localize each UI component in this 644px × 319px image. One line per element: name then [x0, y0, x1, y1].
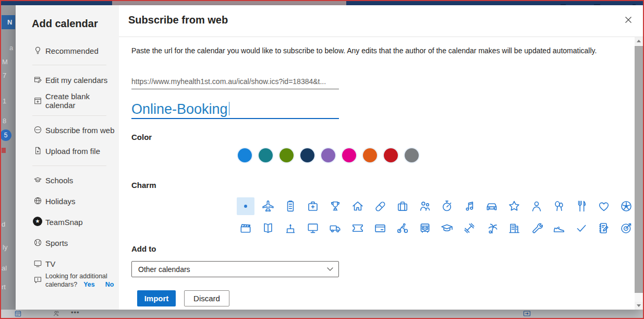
question-line2: calendars?: [45, 281, 77, 288]
additional-calendars-question: Looking for additional calendars?YesNo: [45, 272, 116, 289]
dialog-title: Add calendar: [32, 18, 98, 30]
people-icon[interactable]: [53, 310, 60, 317]
color-swatch-9[interactable]: [405, 148, 419, 162]
color-swatch-5[interactable]: [321, 148, 335, 162]
calendar-date-fragment: 1: [3, 98, 6, 104]
calendar-add-icon: [33, 96, 42, 105]
charm-open-book[interactable]: [259, 219, 277, 237]
color-label: Color: [131, 133, 152, 141]
charm-balloons[interactable]: [550, 197, 568, 215]
charm-first-aid-kit[interactable]: [304, 197, 322, 215]
charm-dumbbell[interactable]: [460, 219, 478, 237]
sidebar-item-sports[interactable]: Sports: [16, 233, 119, 252]
charm-target[interactable]: [617, 219, 635, 237]
charm-graduation-cap[interactable]: [438, 219, 456, 237]
selected-date-badge: 5: [1, 129, 11, 141]
charm-bus[interactable]: [416, 219, 434, 237]
charm-star[interactable]: [505, 197, 523, 215]
tv-icon: [33, 259, 42, 268]
charm-family[interactable]: [416, 197, 434, 215]
charm-car[interactable]: [483, 197, 501, 215]
charm-soccer-ball[interactable]: [617, 197, 635, 215]
sidebar-item-subscribe-from-web[interactable]: Subscribe from web: [16, 121, 119, 139]
charm-delivery-truck[interactable]: [326, 219, 344, 237]
charm-cycling[interactable]: [394, 219, 411, 237]
sidebar-item-recommended[interactable]: Recommended: [16, 41, 119, 60]
color-swatch-6[interactable]: [342, 148, 356, 162]
outlook-add-calendar-screen: N a M 7 1 8 5 d ly al rt ••• Add calenda…: [0, 0, 644, 319]
discard-button[interactable]: Discard: [184, 290, 229, 306]
charm-briefcase[interactable]: [394, 197, 411, 215]
color-swatch-2[interactable]: [259, 148, 273, 162]
charm-city-building[interactable]: [505, 219, 523, 237]
charm-label: Charm: [131, 181, 156, 190]
charm-pill[interactable]: [371, 197, 389, 215]
charm-graduation-cap-icon: [440, 221, 454, 235]
charm-birthday-cake-icon: [284, 221, 297, 235]
charm-wrench[interactable]: [528, 219, 545, 237]
upload-file-icon: [33, 146, 42, 155]
charm-stopwatch-icon: [440, 199, 454, 213]
color-swatch-4[interactable]: [300, 148, 314, 162]
add-to-select[interactable]: Other calendars: [131, 261, 339, 277]
calendar-icon[interactable]: [15, 310, 21, 317]
sidebar-item-schools[interactable]: Schools: [16, 171, 119, 190]
sidebar-item-label: Edit my calendars: [45, 76, 107, 85]
charm-heart[interactable]: [595, 197, 613, 215]
charm-clapperboard[interactable]: [237, 219, 254, 237]
charm-bus-icon: [418, 221, 432, 235]
scroll-up-arrow[interactable]: [635, 37, 643, 45]
calendar-list-fragment: rt: [2, 283, 6, 290]
import-button[interactable]: Import: [137, 290, 176, 306]
charm-journal-icon: [597, 221, 611, 235]
charm-family-icon: [418, 199, 432, 213]
charm-birthday-cake[interactable]: [282, 219, 299, 237]
charm-running-shoe[interactable]: [550, 219, 568, 237]
charm-ticket[interactable]: [349, 219, 367, 237]
color-swatch-7[interactable]: [363, 148, 377, 162]
charm-star-icon: [507, 199, 521, 213]
color-swatch-3[interactable]: [280, 148, 294, 162]
charm-journal[interactable]: [595, 219, 613, 237]
sidebar-item-label: Holidays: [45, 197, 76, 206]
yes-link[interactable]: Yes: [83, 281, 95, 288]
sidebar-item-upload-from-file[interactable]: Upload from file: [16, 141, 119, 160]
url-input[interactable]: https://www.myhealth1st.com.au/ical/show…: [131, 74, 339, 89]
calendar-name-input[interactable]: Online-Booking: [131, 100, 339, 119]
color-swatch-8[interactable]: [384, 148, 398, 162]
more-icon[interactable]: •••: [71, 309, 80, 316]
sidebar-item-tv[interactable]: TV: [16, 254, 119, 273]
app-window-icon[interactable]: [523, 310, 531, 317]
charm-dot[interactable]: [237, 197, 254, 215]
sidebar-item-holidays[interactable]: Holidays: [16, 192, 119, 210]
charm-checkmark[interactable]: [573, 219, 590, 237]
charm-dining-icon: [575, 199, 588, 213]
sidebar-item-create-blank-calendar[interactable]: Create blank calendar: [16, 91, 119, 110]
charm-music-note[interactable]: [460, 197, 478, 215]
globe-icon: [33, 196, 42, 205]
charm-home[interactable]: [349, 197, 367, 215]
charm-clipboard[interactable]: [282, 197, 299, 215]
scrollbar-thumb[interactable]: [635, 46, 643, 293]
sidebar-item-edit-my-calendars[interactable]: Edit my calendars: [16, 70, 119, 89]
panel-title: Subscribe from web: [128, 14, 228, 26]
scrollbar[interactable]: [635, 37, 643, 310]
calendar-name-value: Online-Booking: [131, 101, 228, 117]
charm-credit-card[interactable]: [371, 219, 389, 237]
sidebar-item-label: Subscribe from web: [45, 126, 115, 135]
chevron-down-icon: [327, 267, 333, 271]
charm-person[interactable]: [528, 197, 545, 215]
charm-airplane[interactable]: [259, 197, 277, 215]
no-link[interactable]: No: [105, 281, 114, 288]
scroll-down-arrow[interactable]: [635, 302, 643, 310]
color-swatch-1[interactable]: [238, 148, 252, 162]
charm-cycling-icon: [396, 221, 409, 235]
charm-stopwatch[interactable]: [438, 197, 456, 215]
close-icon[interactable]: [623, 15, 634, 25]
charm-monitor[interactable]: [304, 219, 322, 237]
charm-trophy[interactable]: [326, 197, 344, 215]
charm-checkmark-icon: [575, 221, 588, 235]
sidebar-item-teamsnap[interactable]: ★TeamSnap: [16, 212, 119, 231]
charm-dining[interactable]: [573, 197, 590, 215]
charm-palm-tree[interactable]: [483, 219, 501, 237]
